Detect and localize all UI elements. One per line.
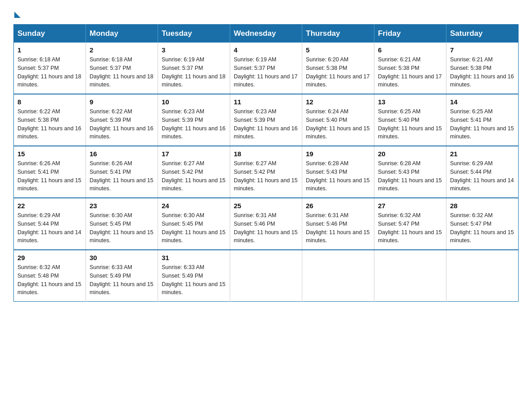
logo [13, 9, 21, 16]
day-number: 28 [450, 202, 515, 210]
calendar-cell: 22Sunrise: 6:29 AMSunset: 5:44 PMDayligh… [14, 198, 86, 250]
calendar-cell: 27Sunrise: 6:32 AMSunset: 5:47 PMDayligh… [374, 198, 446, 250]
day-info: Sunrise: 6:32 AMSunset: 5:47 PMDaylight:… [378, 211, 442, 245]
day-info: Sunrise: 6:26 AMSunset: 5:41 PMDaylight:… [90, 159, 154, 193]
day-number: 24 [162, 202, 226, 210]
page-header [13, 9, 519, 16]
day-info: Sunrise: 6:21 AMSunset: 5:38 PMDaylight:… [450, 56, 515, 89]
calendar-cell: 17Sunrise: 6:27 AMSunset: 5:42 PMDayligh… [158, 146, 230, 198]
day-number: 4 [234, 46, 298, 54]
day-info: Sunrise: 6:18 AMSunset: 5:37 PMDaylight:… [90, 56, 154, 89]
day-number: 22 [17, 202, 82, 210]
day-number: 18 [234, 150, 298, 158]
week-row-1: 1Sunrise: 6:18 AMSunset: 5:37 PMDaylight… [14, 43, 519, 94]
calendar-cell: 21Sunrise: 6:29 AMSunset: 5:44 PMDayligh… [446, 146, 519, 198]
day-info: Sunrise: 6:25 AMSunset: 5:41 PMDaylight:… [450, 107, 515, 141]
day-number: 13 [378, 98, 442, 106]
calendar-cell: 7Sunrise: 6:21 AMSunset: 5:38 PMDaylight… [446, 43, 519, 94]
day-info: Sunrise: 6:32 AMSunset: 5:48 PMDaylight:… [17, 263, 82, 297]
day-info: Sunrise: 6:23 AMSunset: 5:39 PMDaylight:… [162, 107, 226, 141]
calendar-cell: 23Sunrise: 6:30 AMSunset: 5:45 PMDayligh… [86, 198, 158, 250]
calendar-cell [302, 250, 374, 302]
calendar-cell: 2Sunrise: 6:18 AMSunset: 5:37 PMDaylight… [86, 43, 158, 94]
day-info: Sunrise: 6:19 AMSunset: 5:37 PMDaylight:… [234, 56, 298, 89]
day-number: 9 [90, 98, 154, 106]
calendar-cell: 30Sunrise: 6:33 AMSunset: 5:49 PMDayligh… [86, 250, 158, 302]
day-info: Sunrise: 6:24 AMSunset: 5:40 PMDaylight:… [306, 107, 370, 141]
calendar-cell: 16Sunrise: 6:26 AMSunset: 5:41 PMDayligh… [86, 146, 158, 198]
week-row-3: 15Sunrise: 6:26 AMSunset: 5:41 PMDayligh… [14, 146, 519, 198]
calendar-cell: 25Sunrise: 6:31 AMSunset: 5:46 PMDayligh… [230, 198, 302, 250]
day-number: 7 [450, 46, 515, 54]
day-info: Sunrise: 6:18 AMSunset: 5:37 PMDaylight:… [17, 56, 82, 89]
calendar-cell [374, 250, 446, 302]
logo-arrow-icon [14, 12, 21, 18]
day-number: 25 [234, 202, 298, 210]
calendar-cell: 9Sunrise: 6:22 AMSunset: 5:39 PMDaylight… [86, 94, 158, 146]
day-info: Sunrise: 6:30 AMSunset: 5:45 PMDaylight:… [162, 211, 226, 245]
day-number: 21 [450, 150, 515, 158]
day-info: Sunrise: 6:28 AMSunset: 5:43 PMDaylight:… [378, 159, 442, 193]
calendar-cell: 4Sunrise: 6:19 AMSunset: 5:37 PMDaylight… [230, 43, 302, 94]
day-number: 17 [162, 150, 226, 158]
calendar-cell: 28Sunrise: 6:32 AMSunset: 5:47 PMDayligh… [446, 198, 519, 250]
weekday-header-wednesday: Wednesday [230, 25, 302, 43]
day-info: Sunrise: 6:22 AMSunset: 5:38 PMDaylight:… [17, 107, 82, 141]
weekday-header-row: SundayMondayTuesdayWednesdayThursdayFrid… [14, 25, 519, 43]
day-info: Sunrise: 6:29 AMSunset: 5:44 PMDaylight:… [17, 211, 82, 245]
calendar-cell: 14Sunrise: 6:25 AMSunset: 5:41 PMDayligh… [446, 94, 519, 146]
day-number: 1 [17, 46, 82, 54]
day-number: 15 [17, 150, 82, 158]
day-number: 23 [90, 202, 154, 210]
calendar-cell: 18Sunrise: 6:27 AMSunset: 5:42 PMDayligh… [230, 146, 302, 198]
calendar-cell: 20Sunrise: 6:28 AMSunset: 5:43 PMDayligh… [374, 146, 446, 198]
day-number: 5 [306, 46, 370, 54]
day-number: 26 [306, 202, 370, 210]
calendar-cell: 8Sunrise: 6:22 AMSunset: 5:38 PMDaylight… [14, 94, 86, 146]
day-info: Sunrise: 6:28 AMSunset: 5:43 PMDaylight:… [306, 159, 370, 193]
day-number: 2 [90, 46, 154, 54]
calendar-cell: 3Sunrise: 6:19 AMSunset: 5:37 PMDaylight… [158, 43, 230, 94]
day-info: Sunrise: 6:33 AMSunset: 5:49 PMDaylight:… [90, 263, 154, 297]
day-info: Sunrise: 6:19 AMSunset: 5:37 PMDaylight:… [162, 56, 226, 89]
calendar-table: SundayMondayTuesdayWednesdayThursdayFrid… [13, 24, 519, 302]
day-info: Sunrise: 6:27 AMSunset: 5:42 PMDaylight:… [234, 159, 298, 193]
calendar-cell: 5Sunrise: 6:20 AMSunset: 5:38 PMDaylight… [302, 43, 374, 94]
day-number: 20 [378, 150, 442, 158]
calendar-cell: 10Sunrise: 6:23 AMSunset: 5:39 PMDayligh… [158, 94, 230, 146]
day-info: Sunrise: 6:20 AMSunset: 5:38 PMDaylight:… [306, 56, 370, 89]
weekday-header-thursday: Thursday [302, 25, 374, 43]
calendar-cell [446, 250, 519, 302]
weekday-header-saturday: Saturday [446, 25, 519, 43]
day-number: 10 [162, 98, 226, 106]
week-row-2: 8Sunrise: 6:22 AMSunset: 5:38 PMDaylight… [14, 94, 519, 146]
day-info: Sunrise: 6:23 AMSunset: 5:39 PMDaylight:… [234, 107, 298, 141]
weekday-header-monday: Monday [86, 25, 158, 43]
day-number: 14 [450, 98, 515, 106]
calendar-cell: 19Sunrise: 6:28 AMSunset: 5:43 PMDayligh… [302, 146, 374, 198]
week-row-5: 29Sunrise: 6:32 AMSunset: 5:48 PMDayligh… [14, 250, 519, 302]
weekday-header-friday: Friday [374, 25, 446, 43]
calendar-cell: 12Sunrise: 6:24 AMSunset: 5:40 PMDayligh… [302, 94, 374, 146]
calendar-cell: 13Sunrise: 6:25 AMSunset: 5:40 PMDayligh… [374, 94, 446, 146]
day-number: 16 [90, 150, 154, 158]
day-number: 3 [162, 46, 226, 54]
day-number: 30 [90, 254, 154, 261]
day-info: Sunrise: 6:33 AMSunset: 5:49 PMDaylight:… [162, 263, 226, 297]
day-info: Sunrise: 6:31 AMSunset: 5:46 PMDaylight:… [234, 211, 298, 245]
weekday-header-sunday: Sunday [14, 25, 86, 43]
weekday-header-tuesday: Tuesday [158, 25, 230, 43]
day-info: Sunrise: 6:32 AMSunset: 5:47 PMDaylight:… [450, 211, 515, 245]
calendar-cell: 24Sunrise: 6:30 AMSunset: 5:45 PMDayligh… [158, 198, 230, 250]
day-number: 11 [234, 98, 298, 106]
calendar-cell: 31Sunrise: 6:33 AMSunset: 5:49 PMDayligh… [158, 250, 230, 302]
day-number: 12 [306, 98, 370, 106]
calendar-cell: 29Sunrise: 6:32 AMSunset: 5:48 PMDayligh… [14, 250, 86, 302]
week-row-4: 22Sunrise: 6:29 AMSunset: 5:44 PMDayligh… [14, 198, 519, 250]
day-number: 27 [378, 202, 442, 210]
calendar-cell [230, 250, 302, 302]
day-info: Sunrise: 6:25 AMSunset: 5:40 PMDaylight:… [378, 107, 442, 141]
day-info: Sunrise: 6:22 AMSunset: 5:39 PMDaylight:… [90, 107, 154, 141]
day-info: Sunrise: 6:30 AMSunset: 5:45 PMDaylight:… [90, 211, 154, 245]
day-number: 31 [162, 254, 226, 261]
